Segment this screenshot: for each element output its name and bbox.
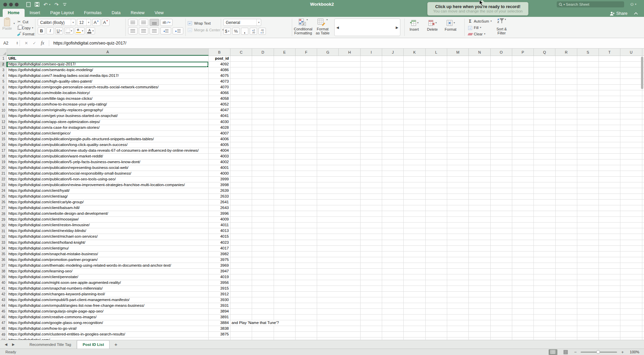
cell-url[interactable]: https://gofishdigital.com/ormpubli/9-par…	[7, 297, 209, 303]
empty-cells[interactable]	[231, 297, 644, 303]
row-number[interactable]: 28	[0, 211, 7, 216]
cell-post-id[interactable]: 4013	[209, 228, 231, 234]
empty-cells[interactable]	[231, 113, 644, 119]
table-row[interactable]: 47https://gofishdigital.com/google-glass…	[0, 320, 644, 326]
cell-url[interactable]: https://gofishdigital.com/client/aag/	[7, 194, 209, 199]
clear-button[interactable]: Clear▾	[468, 31, 492, 37]
table-row[interactable]: 27https://gofishdigital.com/client/balsa…	[0, 205, 644, 211]
table-row[interactable]: 42https://gofishdigital.com/changes-keyw…	[0, 292, 644, 297]
cell-url[interactable]: https://gofishdigital.com/client/carlyle…	[7, 200, 209, 205]
increase-decimal-button[interactable]: ◂.0.00	[250, 28, 257, 35]
empty-cells[interactable]	[231, 194, 644, 199]
ribbon-tab-home[interactable]: Home	[3, 9, 25, 17]
row-number[interactable]: 16	[0, 142, 7, 148]
row-number[interactable]: 42	[0, 292, 7, 297]
empty-cells[interactable]	[231, 263, 644, 268]
table-row[interactable]: 7https://gofishdigital.com/mobile-locati…	[0, 90, 644, 96]
zoom-out-button[interactable]: −	[574, 350, 577, 355]
column-header-h[interactable]: H	[339, 49, 360, 56]
underline-button[interactable]: U▾	[55, 27, 63, 34]
increase-font-size-button[interactable]: A▲	[92, 19, 100, 26]
table-row[interactable]: 4https://gofishdigital.com/7-leading-lad…	[0, 73, 644, 79]
cell-url[interactable]: https://gofishdigital.com/google-glass-s…	[7, 320, 209, 326]
empty-cells[interactable]	[231, 240, 644, 245]
cell-post-id[interactable]: 3931	[209, 303, 231, 308]
row-number[interactable]: 8	[0, 96, 7, 101]
redo-icon[interactable]: ↷	[55, 2, 59, 7]
row-number[interactable]: 11	[0, 113, 7, 119]
empty-cells[interactable]	[231, 309, 644, 314]
align-bottom-button[interactable]	[150, 19, 159, 26]
empty-cells[interactable]	[231, 292, 644, 297]
cell-url[interactable]: https://gofishdigital.com/publication/5-…	[7, 159, 209, 165]
copy-dropdown-icon[interactable]: ▾	[32, 27, 33, 29]
cell-url[interactable]: https://gofishdigital.com/publication/re…	[7, 182, 209, 188]
close-window-button[interactable]	[3, 3, 7, 6]
table-row[interactable]: 16https://gofishdigital.com/publication/…	[0, 142, 644, 148]
row-number[interactable]: 35	[0, 252, 7, 257]
table-row[interactable]: 22https://gofishdigital.com/publication/…	[0, 177, 644, 182]
row-number[interactable]: 17	[0, 148, 7, 153]
cell-post-id[interactable]: 3884	[209, 320, 231, 326]
row-number[interactable]: 32	[0, 234, 7, 239]
empty-cells[interactable]	[231, 228, 644, 234]
row-number[interactable]: 20	[0, 165, 7, 171]
row-number[interactable]: 44	[0, 303, 7, 308]
increase-indent-button[interactable]: ▸	[173, 27, 183, 34]
column-header-r[interactable]: R	[555, 49, 577, 56]
empty-cells[interactable]	[231, 119, 644, 125]
table-row[interactable]: 26https://gofishdigital.com/client/carly…	[0, 200, 644, 205]
table-row[interactable]: 23https://gofishdigital.com/publication/…	[0, 182, 644, 188]
table-row[interactable]: 33https://gofishdigital.com/client/holla…	[0, 240, 644, 246]
table-row[interactable]: 35https://gofishdigital.com/snapchat-mis…	[0, 252, 644, 257]
row-number[interactable]: 38	[0, 269, 7, 274]
formula-input[interactable]: https://gofishdigital.com/seo-quiz-2017/	[53, 41, 126, 46]
empty-cells[interactable]	[231, 200, 644, 205]
cell-post-id[interactable]: 4005	[209, 142, 231, 148]
empty-cells[interactable]	[231, 246, 644, 251]
row-number[interactable]: 24	[0, 188, 7, 194]
cell-url[interactable]: https://gofishdigital.com/	[7, 337, 209, 340]
table-row[interactable]: 11https://gofishdigital.com/get-your-bus…	[0, 113, 644, 119]
gallery-next-icon[interactable]: ▶	[396, 26, 398, 29]
empty-cells[interactable]	[231, 56, 644, 61]
table-row[interactable]: 40https://gofishdigital.com/might-soon-s…	[0, 280, 644, 286]
column-header-f[interactable]: F	[296, 49, 317, 56]
cell-url[interactable]: https://gofishdigital.com/publication/ne…	[7, 148, 209, 153]
empty-cells[interactable]	[231, 165, 644, 171]
cell-post-id[interactable]: 3975	[209, 257, 231, 263]
align-center-button[interactable]	[139, 27, 148, 34]
cell-url[interactable]: https://gofishdigital.com/thematic-model…	[7, 263, 209, 268]
cell-url[interactable]: https://gofishdigital.com/ormpubli/angie…	[7, 303, 209, 308]
cell-url[interactable]: https://gofishdigital.com/7-leading-ladi…	[7, 73, 209, 79]
add-sheet-button[interactable]: +	[110, 340, 122, 349]
column-header-o[interactable]: O	[491, 49, 512, 56]
font-color-button[interactable]: A▾	[86, 27, 95, 34]
row-number[interactable]: 15	[0, 137, 7, 142]
table-row[interactable]: 18https://gofishdigital.com/publication/…	[0, 154, 644, 159]
table-row[interactable]: 10https://gofishdigital.com/originality-…	[0, 108, 644, 113]
table-row[interactable]: 3https://gofishdigital.com/semantic-topi…	[0, 67, 644, 73]
fill-color-button[interactable]: ▾	[75, 27, 85, 34]
table-row[interactable]: 14https://gofishdigital.com/client/geico…	[0, 131, 644, 137]
column-header-b[interactable]: B	[209, 49, 231, 56]
row-number[interactable]: 31	[0, 228, 7, 234]
cell-extra-text[interactable]: and Play 'Name that Tune'?	[232, 320, 280, 326]
column-header-q[interactable]: Q	[534, 49, 555, 56]
empty-cells[interactable]	[231, 67, 644, 73]
ribbon-tab-formulas[interactable]: Formulas	[79, 9, 106, 17]
row-number[interactable]: 40	[0, 280, 7, 286]
cell-post-id[interactable]: 3998	[209, 182, 231, 188]
empty-cells[interactable]	[231, 125, 644, 130]
autosum-button[interactable]: ΣAutoSum▾	[468, 18, 492, 24]
row-number[interactable]: 43	[0, 297, 7, 303]
table-row[interactable]: 1URLpost_id	[0, 56, 644, 62]
empty-cells[interactable]	[231, 142, 644, 148]
cell-url[interactable]: https://gofishdigital.com/publication/so…	[7, 171, 209, 176]
column-header-j[interactable]: J	[382, 49, 404, 56]
cell-url[interactable]: https://gofishdigital.com/high-quality-s…	[7, 79, 209, 84]
collapse-ribbon-icon[interactable]	[634, 12, 638, 15]
gallery-prev-icon[interactable]: ◀	[336, 26, 339, 29]
empty-cells[interactable]	[231, 137, 644, 142]
row-number[interactable]: 36	[0, 257, 7, 263]
